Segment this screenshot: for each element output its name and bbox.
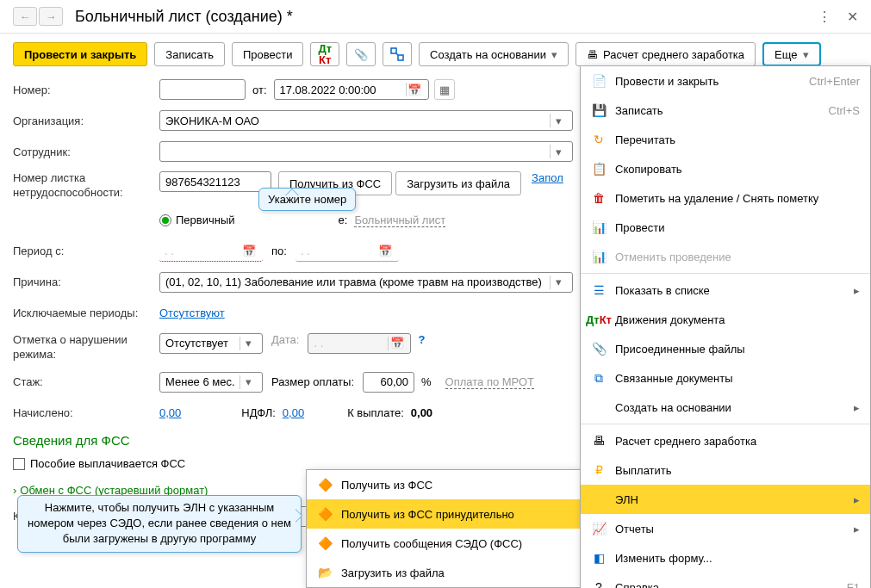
oplata-mrot-link[interactable]: Оплата по МРОТ xyxy=(445,375,534,389)
attach-button[interactable]: 📎 xyxy=(346,42,376,66)
provesti-button[interactable]: Провести xyxy=(232,42,304,66)
org-label: Организация: xyxy=(13,115,159,127)
dropdown-icon[interactable]: ▾ xyxy=(550,275,567,289)
eln-menu-zagruzit-file[interactable]: 📂 Загрузить из файла xyxy=(307,558,581,587)
menu-eln[interactable]: ЭЛН ▸ xyxy=(581,485,870,514)
sotrudnik-label: Сотрудник: xyxy=(13,145,159,158)
chevron-right-icon: ▸ xyxy=(854,284,860,297)
zapolnit-link[interactable]: Запол xyxy=(532,171,563,184)
dropdown-icon[interactable]: ▾ xyxy=(550,145,567,158)
eln-submenu: 🔶 Получить из ФСС 🔶 Получить из ФСС прин… xyxy=(306,469,582,588)
prichina-select[interactable]: (01, 02, 10, 11) Заболевание или травма … xyxy=(159,272,573,293)
nav-forward-button[interactable]: → xyxy=(39,7,63,26)
chevron-right-icon: ▸ xyxy=(854,493,860,506)
coin-icon: ₽ xyxy=(591,462,607,478)
title-bar: ← → Больничный лист (создание) * ⋮ ✕ xyxy=(0,0,871,34)
menu-spravka[interactable]: ? Справка F1 xyxy=(581,573,870,588)
more-button[interactable]: Еще ▾ xyxy=(762,42,820,66)
period-label: Период с: xyxy=(13,244,159,257)
dtkt-icon: ДтКт xyxy=(591,312,607,327)
process-icon: 📊 xyxy=(591,220,607,235)
menu-pometit[interactable]: 🗑 Пометить на удаление / Снять пометку xyxy=(581,183,870,213)
cancel-process-icon: 📊 xyxy=(591,249,607,264)
listok-input[interactable] xyxy=(159,171,271,192)
menu-svyazannye[interactable]: ⧉ Связанные документы xyxy=(581,363,870,393)
menu-vyplatit[interactable]: ₽ Выплатить xyxy=(581,455,870,485)
period-to-input[interactable]: . . 📅 xyxy=(296,241,399,262)
form-icon: ◧ xyxy=(591,550,607,566)
calendar-icon[interactable]: 📅 xyxy=(406,83,423,96)
data-label: Дата: xyxy=(271,333,299,346)
folder-icon: 📂 xyxy=(317,565,333,580)
org-select[interactable]: ЭКОНИКА-М ОАО ▾ xyxy=(159,110,573,131)
eln-menu-poluchit-sedo[interactable]: 🔶 Получить сообщения СЭДО (ФСС) xyxy=(307,529,581,558)
report-icon: 📈 xyxy=(591,521,607,536)
nachisleno-value[interactable]: 0,00 xyxy=(159,406,181,419)
menu-raschet[interactable]: 🖶 Расчет среднего заработка xyxy=(581,426,870,455)
checkbox-icon xyxy=(13,458,25,470)
svg-rect-0 xyxy=(391,48,396,53)
menu-prisoed[interactable]: 📎 Присоединенные файлы xyxy=(581,334,870,363)
print-icon: 🖶 xyxy=(591,433,607,449)
menu-izmenit-formu[interactable]: ◧ Изменить форму... xyxy=(581,543,870,573)
menu-otchety[interactable]: 📈 Отчеты ▸ xyxy=(581,514,870,543)
percent-label: % xyxy=(421,375,432,388)
dropdown-icon[interactable]: ▾ xyxy=(550,114,567,127)
bolnichny-link[interactable]: Больничный лист xyxy=(354,214,445,227)
fss-icon: 🔶 xyxy=(317,535,333,551)
menu-otmenit: 📊 Отменить проведение xyxy=(581,242,870,271)
blank-icon xyxy=(591,399,607,415)
dtkt-button[interactable]: ДтКт xyxy=(310,42,339,66)
menu-provesti-zakryt[interactable]: 📄 Провести и закрыть Ctrl+Enter xyxy=(581,66,870,96)
zapisat-button[interactable]: Записать xyxy=(154,42,225,66)
menu-dvizheniya[interactable]: ДтКт Движения документа xyxy=(581,305,870,334)
stazh-select[interactable]: Менее 6 мес. ▾ xyxy=(159,372,263,393)
help-icon[interactable]: ? xyxy=(418,333,425,346)
links-button[interactable] xyxy=(383,42,412,66)
nomer-input[interactable] xyxy=(159,79,246,100)
prichina-label: Причина: xyxy=(13,275,159,288)
menu-perechitat[interactable]: ↻ Перечитать xyxy=(581,125,870,154)
menu-icon[interactable]: ⋮ xyxy=(818,9,831,25)
sozdat-na-osnovanii-button[interactable]: Создать на основании ▾ xyxy=(419,42,569,66)
kvyplate-value: 0,00 xyxy=(411,406,432,419)
menu-zapisat[interactable]: 💾 Записать Ctrl+S xyxy=(581,96,870,125)
iskl-link[interactable]: Отсутствуют xyxy=(159,306,225,319)
nav-back-button[interactable]: ← xyxy=(13,7,37,26)
menu-pokazat[interactable]: ☰ Показать в списке ▸ xyxy=(581,275,870,305)
link-icon: ⧉ xyxy=(591,370,607,386)
sotrudnik-select[interactable]: ▾ xyxy=(159,141,573,162)
provesti-zakryt-button[interactable]: Провести и закрыть xyxy=(13,42,147,66)
raschet-button[interactable]: 🖶 Расчет среднего заработка xyxy=(575,42,756,66)
date-input[interactable]: 17.08.2022 0:00:00 📅 xyxy=(274,79,429,100)
secondary-suffix: е: xyxy=(339,214,348,226)
kvyplate-label: К выплате: xyxy=(347,406,404,419)
eln-menu-poluchit-fss-prinud[interactable]: 🔶 Получить из ФСС принудительно xyxy=(307,499,581,529)
period-from-input[interactable]: . . 📅 xyxy=(159,241,263,262)
razmer-label: Размер оплаты: xyxy=(271,375,354,388)
menu-sozdat[interactable]: Создать на основании ▸ xyxy=(581,393,870,422)
delete-mark-icon: 🗑 xyxy=(591,190,607,206)
otmetka-select[interactable]: Отсутствует ▾ xyxy=(159,333,263,354)
date-extra-icon[interactable]: ▦ xyxy=(434,79,455,100)
dropdown-icon[interactable]: ▾ xyxy=(240,337,257,350)
close-icon[interactable]: ✕ xyxy=(847,9,858,25)
zagruzit-file-button[interactable]: Загрузить из файла xyxy=(395,171,521,195)
posobie-fss-checkbox[interactable]: Пособие выплачивается ФСС xyxy=(13,457,185,470)
otmetka-label: Отметка о нарушении режима: xyxy=(13,333,159,362)
calendar-icon[interactable]: 📅 xyxy=(240,244,258,258)
dropdown-icon[interactable]: ▾ xyxy=(240,375,257,389)
ot-label: от: xyxy=(252,84,267,96)
menu-provesti[interactable]: 📊 Провести xyxy=(581,213,870,242)
calendar-icon[interactable]: 📅 xyxy=(376,244,394,258)
nomer-label: Номер: xyxy=(13,84,159,96)
ndfl-value[interactable]: 0,00 xyxy=(283,406,304,419)
blank-icon xyxy=(591,492,607,507)
tooltip-ukazhite-nomer: Укажите номер xyxy=(258,188,356,211)
menu-skopirovat[interactable]: 📋 Скопировать xyxy=(581,154,870,183)
chevron-right-icon: ▸ xyxy=(854,523,860,535)
razmer-input[interactable] xyxy=(363,372,414,393)
iskl-label: Исключаемые периоды: xyxy=(13,306,159,319)
primary-radio[interactable]: Первичный xyxy=(159,214,235,226)
eln-menu-poluchit-fss[interactable]: 🔶 Получить из ФСС xyxy=(307,470,581,499)
